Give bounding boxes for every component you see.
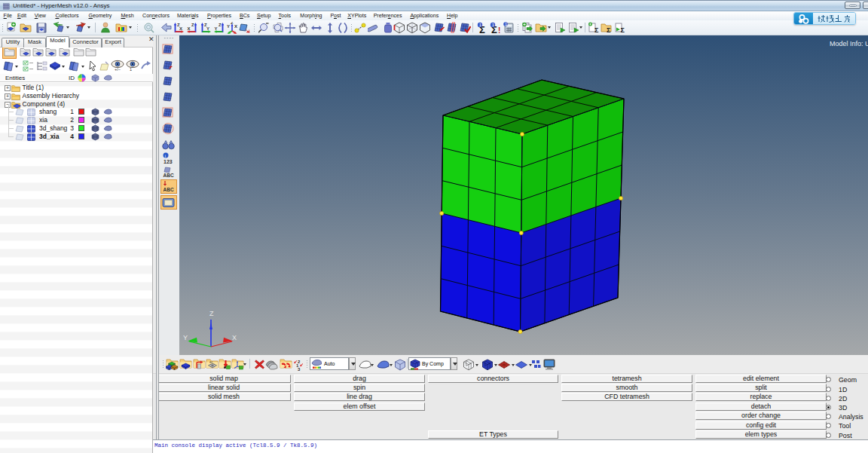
svg-text:Y: Y [183,334,188,341]
svg-text:Y: Y [215,26,218,31]
svg-text:X: X [232,334,237,341]
svg-text:Z: Z [191,23,194,27]
svg-text:X: X [188,26,191,31]
svg-text:3: 3 [298,367,301,372]
svg-text:Z: Z [219,23,222,27]
svg-text:1: 1 [130,67,132,72]
svg-text:Σ: Σ [594,26,599,34]
svg-text:!: ! [498,26,500,35]
svg-text:X: X [234,24,237,29]
svg-text:Σ: Σ [607,26,611,34]
svg-text:Σ: Σ [621,26,625,34]
svg-text:X: X [179,26,182,31]
svg-text:i: i [165,154,166,158]
svg-text:123: 123 [164,159,173,164]
svg-text:Z: Z [231,22,234,25]
svg-text:Y: Y [227,24,230,29]
svg-text:Y: Y [206,26,209,31]
svg-text:Z: Z [209,310,214,317]
svg-text:ABC: ABC [164,173,174,178]
svg-text:↩: ↩ [209,360,212,364]
svg-text:ABC: ABC [164,187,174,192]
svg-text:+/−: +/− [115,67,121,72]
svg-text:1: 1 [505,22,507,26]
